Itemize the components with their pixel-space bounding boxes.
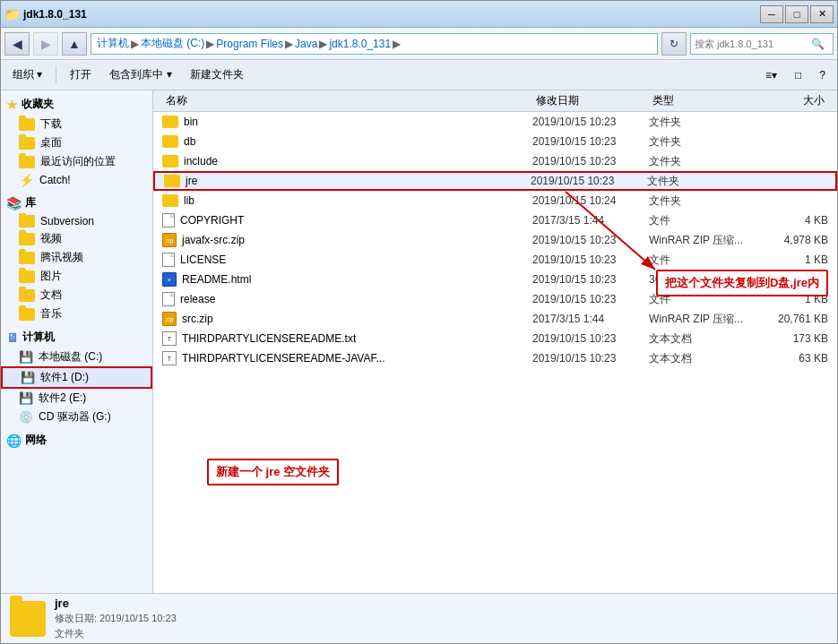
preview-button[interactable]: □	[787, 64, 809, 87]
sidebar-item-download[interactable]: 下载	[1, 115, 152, 133]
sidebar-item-music[interactable]: 音乐	[1, 305, 152, 323]
network-header[interactable]: 🌐 网络	[1, 430, 152, 451]
sidebar-item-documents[interactable]: 文档	[1, 286, 152, 305]
status-info: jre 修改日期: 2019/10/15 10:23 文件夹	[55, 597, 828, 640]
organize-button[interactable]: 组织 ▾	[4, 64, 50, 87]
col-header-type[interactable]: 类型	[649, 93, 756, 108]
sidebar: ★ 收藏夹 下载 桌面 最近访问的位置 ⚡ Catch!	[1, 90, 153, 593]
table-row[interactable]: db 2019/10/15 10:23 文件夹	[153, 132, 837, 151]
download-label: 下载	[40, 116, 62, 132]
table-row-jre[interactable]: jre 2019/10/15 10:23 文件夹	[153, 171, 837, 191]
table-row[interactable]: include 2019/10/15 10:23 文件夹	[153, 151, 837, 171]
table-row[interactable]: COPYRIGHT 2017/3/15 1:44 文件 4 KB	[153, 210, 837, 230]
include-label: 包含到库中 ▾	[109, 67, 171, 82]
main-area: ★ 收藏夹 下载 桌面 最近访问的位置 ⚡ Catch!	[1, 90, 837, 593]
annotation-box-drive: 新建一个 jre 空文件夹	[207, 459, 339, 485]
network-label: 网络	[25, 433, 47, 448]
sidebar-item-desktop[interactable]: 桌面	[1, 133, 152, 152]
table-row[interactable]: LICENSE 2019/10/15 10:23 文件 1 KB	[153, 250, 837, 270]
forward-button[interactable]: ▶	[33, 32, 58, 56]
table-row[interactable]: bin 2019/10/15 10:23 文件夹	[153, 112, 837, 132]
sidebar-item-recent[interactable]: 最近访问的位置	[1, 152, 152, 171]
search-input[interactable]	[695, 39, 811, 49]
library-header[interactable]: 📚 库	[1, 193, 152, 213]
sidebar-item-tencent-video[interactable]: 腾讯视频	[1, 248, 152, 267]
library-section: 📚 库 Subversion 视频 腾讯视频 图片	[1, 193, 152, 323]
table-row[interactable]: lib 2019/10/15 10:24 文件夹	[153, 191, 837, 210]
help-button[interactable]: ?	[811, 64, 834, 87]
folder-icon	[19, 270, 35, 283]
drive-d-icon: 💾	[21, 371, 35, 384]
table-row[interactable]: zipsrc.zip 2017/3/15 1:44 WinRAR ZIP 压缩.…	[153, 309, 837, 329]
path-program-files[interactable]: Program Files	[216, 38, 283, 50]
title-bar: 📁 jdk1.8.0_131 ─ □ ✕	[1, 1, 837, 28]
open-button[interactable]: 打开	[62, 64, 99, 87]
file-list-container: 名称 修改日期 类型 大小 bin 2019/10/15 10:23 文件	[153, 90, 837, 593]
col-header-name[interactable]: 名称	[162, 93, 532, 108]
sidebar-item-e-drive[interactable]: 💾 软件2 (E:)	[1, 389, 152, 408]
window-title: jdk1.8.0_131	[23, 8, 87, 21]
include-button[interactable]: 包含到库中 ▾	[101, 64, 179, 87]
search-icon[interactable]: 🔍	[811, 38, 825, 50]
sidebar-item-subversion[interactable]: Subversion	[1, 213, 152, 229]
address-bar: ◀ ▶ ▲ 计算机 ▶ 本地磁盘 (C:) ▶ Program Files ▶ …	[1, 28, 837, 60]
status-detail2: 文件夹	[55, 627, 828, 640]
search-box[interactable]: 🔍	[690, 33, 834, 55]
status-detail1: 修改日期: 2019/10/15 10:23	[55, 612, 828, 625]
folder-icon	[19, 308, 35, 321]
e-drive-label: 软件2 (E:)	[39, 391, 86, 406]
sidebar-item-g-drive[interactable]: 💿 CD 驱动器 (G:)	[1, 408, 152, 426]
back-button[interactable]: ◀	[4, 32, 30, 56]
window-icon: 📁	[4, 7, 20, 21]
folder-icon	[162, 116, 178, 128]
sidebar-item-d-drive[interactable]: 💾 软件1 (D:)	[1, 366, 152, 389]
table-row[interactable]: zipjavafx-src.zip 2019/10/15 10:23 WinRA…	[153, 230, 837, 250]
up-button[interactable]: ▲	[62, 32, 87, 56]
refresh-button[interactable]: ↻	[661, 32, 687, 56]
path-java[interactable]: Java	[295, 38, 317, 50]
tencent-video-label: 腾讯视频	[40, 250, 83, 265]
library-label: 库	[25, 195, 36, 210]
view-options-label: ≡▾	[765, 69, 777, 82]
catch-label: Catch!	[39, 174, 71, 186]
video-label: 视频	[40, 231, 62, 246]
drive-g-icon: 💿	[19, 410, 33, 424]
computer-header[interactable]: 🖥 计算机	[1, 327, 152, 348]
favorites-header[interactable]: ★ 收藏夹	[1, 94, 152, 115]
table-row[interactable]: TTHIRDPARTYLICENSEREADME-JAVAF... 2019/1…	[153, 348, 837, 368]
annotation-box-jre: 把这个文件夹复制到D盘,jre内	[656, 270, 828, 296]
minimize-button[interactable]: ─	[760, 5, 783, 23]
new-folder-label: 新建文件夹	[190, 67, 244, 82]
zip-icon: zip	[162, 233, 177, 247]
g-drive-label: CD 驱动器 (G:)	[39, 409, 111, 425]
sidebar-item-catch[interactable]: ⚡ Catch!	[1, 171, 152, 189]
c-drive-label: 本地磁盘 (C:)	[39, 349, 102, 365]
new-folder-button[interactable]: 新建文件夹	[182, 64, 252, 87]
col-header-size[interactable]: 大小	[756, 93, 828, 108]
title-bar-controls: ─ □ ✕	[760, 5, 834, 23]
txt-icon: T	[162, 351, 177, 365]
folder-icon	[19, 233, 35, 245]
subversion-label: Subversion	[40, 215, 94, 228]
close-button[interactable]: ✕	[810, 5, 834, 23]
sidebar-item-c-drive[interactable]: 💾 本地磁盘 (C:)	[1, 348, 152, 366]
path-computer[interactable]: 计算机	[97, 36, 129, 51]
table-row[interactable]: TTHIRDPARTYLICENSEREADME.txt 2019/10/15 …	[153, 329, 837, 348]
title-bar-left: 📁 jdk1.8.0_131	[4, 7, 87, 21]
catch-icon: ⚡	[19, 173, 34, 187]
path-c-drive[interactable]: 本地磁盘 (C:)	[141, 36, 204, 51]
computer-label: 计算机	[22, 330, 55, 345]
pictures-label: 图片	[40, 269, 62, 284]
sidebar-item-pictures[interactable]: 图片	[1, 267, 152, 286]
folder-icon	[19, 137, 35, 150]
maximize-button[interactable]: □	[785, 5, 808, 23]
folder-icon	[162, 194, 178, 207]
folder-icon	[19, 118, 35, 131]
view-options-button[interactable]: ≡▾	[757, 64, 785, 87]
address-path[interactable]: 计算机 ▶ 本地磁盘 (C:) ▶ Program Files ▶ Java ▶…	[91, 33, 658, 55]
path-jdk[interactable]: jdk1.8.0_131	[329, 38, 391, 50]
col-header-date[interactable]: 修改日期	[532, 93, 649, 108]
sidebar-item-video[interactable]: 视频	[1, 229, 152, 248]
folder-icon	[162, 135, 178, 148]
folder-icon	[19, 215, 35, 228]
